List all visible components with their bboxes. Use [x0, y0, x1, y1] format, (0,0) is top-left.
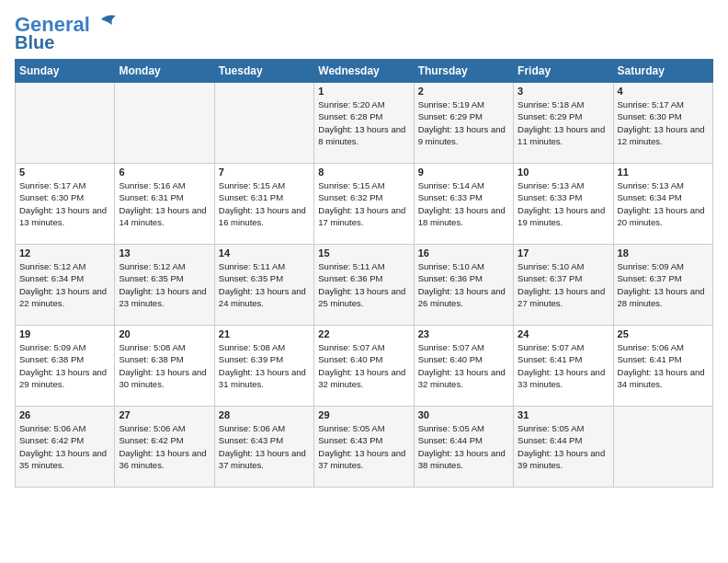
calendar-cell: 15Sunrise: 5:11 AM Sunset: 6:36 PM Dayli…	[314, 245, 414, 326]
page-header: General Blue	[15, 15, 713, 52]
calendar-cell: 27Sunrise: 5:06 AM Sunset: 6:42 PM Dayli…	[115, 407, 214, 488]
calendar-cell: 9Sunrise: 5:14 AM Sunset: 6:33 PM Daylig…	[414, 164, 513, 245]
cell-content: Sunrise: 5:10 AM Sunset: 6:36 PM Dayligh…	[418, 260, 509, 309]
cell-content: Sunrise: 5:09 AM Sunset: 6:38 PM Dayligh…	[19, 341, 110, 390]
calendar-cell: 23Sunrise: 5:07 AM Sunset: 6:40 PM Dayli…	[414, 326, 513, 407]
cell-content: Sunrise: 5:20 AM Sunset: 6:28 PM Dayligh…	[318, 98, 409, 147]
calendar-cell: 3Sunrise: 5:18 AM Sunset: 6:29 PM Daylig…	[514, 83, 613, 164]
day-number: 17	[518, 247, 609, 259]
cell-content: Sunrise: 5:06 AM Sunset: 6:43 PM Dayligh…	[219, 422, 310, 471]
calendar-cell	[16, 83, 115, 164]
day-number: 15	[318, 247, 409, 259]
day-number: 13	[119, 247, 210, 259]
day-number: 9	[418, 167, 509, 178]
day-number: 26	[19, 409, 110, 420]
cell-content: Sunrise: 5:14 AM Sunset: 6:33 PM Dayligh…	[418, 179, 509, 228]
calendar-cell: 2Sunrise: 5:19 AM Sunset: 6:29 PM Daylig…	[414, 83, 513, 164]
day-number: 20	[119, 328, 210, 339]
calendar-cell: 13Sunrise: 5:12 AM Sunset: 6:35 PM Dayli…	[115, 245, 214, 326]
day-number: 28	[219, 409, 310, 420]
cell-content: Sunrise: 5:06 AM Sunset: 6:41 PM Dayligh…	[618, 341, 709, 390]
day-number: 14	[219, 247, 310, 259]
day-number: 2	[418, 86, 509, 97]
cell-content: Sunrise: 5:13 AM Sunset: 6:33 PM Dayligh…	[518, 179, 609, 228]
day-number: 1	[318, 86, 409, 97]
cell-content: Sunrise: 5:08 AM Sunset: 6:39 PM Dayligh…	[219, 341, 310, 390]
calendar-table: SundayMondayTuesdayWednesdayThursdayFrid…	[15, 59, 713, 488]
calendar-cell: 19Sunrise: 5:09 AM Sunset: 6:38 PM Dayli…	[16, 326, 115, 407]
cell-content: Sunrise: 5:12 AM Sunset: 6:34 PM Dayligh…	[19, 260, 110, 309]
calendar-cell: 1Sunrise: 5:20 AM Sunset: 6:28 PM Daylig…	[314, 83, 414, 164]
weekday-header-thursday: Thursday	[414, 60, 513, 83]
cell-content: Sunrise: 5:07 AM Sunset: 6:41 PM Dayligh…	[518, 341, 609, 390]
cell-content: Sunrise: 5:08 AM Sunset: 6:38 PM Dayligh…	[119, 341, 210, 390]
day-number: 19	[19, 328, 110, 339]
logo-blue: Blue	[15, 33, 54, 52]
weekday-header-row: SundayMondayTuesdayWednesdayThursdayFrid…	[16, 60, 713, 83]
calendar-cell: 10Sunrise: 5:13 AM Sunset: 6:33 PM Dayli…	[514, 164, 613, 245]
cell-content: Sunrise: 5:09 AM Sunset: 6:37 PM Dayligh…	[618, 260, 709, 309]
day-number: 10	[518, 167, 609, 178]
day-number: 22	[318, 328, 409, 339]
day-number: 16	[418, 247, 509, 259]
calendar-cell: 26Sunrise: 5:06 AM Sunset: 6:42 PM Dayli…	[16, 407, 115, 488]
weekday-header-monday: Monday	[115, 60, 214, 83]
cell-content: Sunrise: 5:06 AM Sunset: 6:42 PM Dayligh…	[119, 422, 210, 471]
calendar-cell: 24Sunrise: 5:07 AM Sunset: 6:41 PM Dayli…	[514, 326, 613, 407]
calendar-week-row: 5Sunrise: 5:17 AM Sunset: 6:30 PM Daylig…	[16, 164, 713, 245]
calendar-cell: 21Sunrise: 5:08 AM Sunset: 6:39 PM Dayli…	[214, 326, 313, 407]
cell-content: Sunrise: 5:15 AM Sunset: 6:32 PM Dayligh…	[318, 179, 409, 228]
cell-content: Sunrise: 5:05 AM Sunset: 6:44 PM Dayligh…	[418, 422, 509, 471]
calendar-cell: 7Sunrise: 5:15 AM Sunset: 6:31 PM Daylig…	[214, 164, 313, 245]
weekday-header-sunday: Sunday	[16, 60, 115, 83]
day-number: 23	[418, 328, 509, 339]
cell-content: Sunrise: 5:12 AM Sunset: 6:35 PM Dayligh…	[119, 260, 210, 309]
weekday-header-friday: Friday	[514, 60, 613, 83]
weekday-header-tuesday: Tuesday	[214, 60, 313, 83]
cell-content: Sunrise: 5:05 AM Sunset: 6:44 PM Dayligh…	[518, 422, 609, 471]
cell-content: Sunrise: 5:13 AM Sunset: 6:34 PM Dayligh…	[618, 179, 709, 228]
logo-bird-icon	[92, 12, 121, 34]
cell-content: Sunrise: 5:17 AM Sunset: 6:30 PM Dayligh…	[19, 179, 110, 228]
cell-content: Sunrise: 5:16 AM Sunset: 6:31 PM Dayligh…	[119, 179, 210, 228]
calendar-cell: 28Sunrise: 5:06 AM Sunset: 6:43 PM Dayli…	[214, 407, 313, 488]
day-number: 24	[518, 328, 609, 339]
calendar-cell: 11Sunrise: 5:13 AM Sunset: 6:34 PM Dayli…	[613, 164, 712, 245]
cell-content: Sunrise: 5:19 AM Sunset: 6:29 PM Dayligh…	[418, 98, 509, 147]
day-number: 7	[219, 167, 310, 178]
cell-content: Sunrise: 5:17 AM Sunset: 6:30 PM Dayligh…	[618, 98, 709, 147]
cell-content: Sunrise: 5:11 AM Sunset: 6:36 PM Dayligh…	[318, 260, 409, 309]
day-number: 3	[518, 86, 609, 97]
weekday-header-saturday: Saturday	[613, 60, 712, 83]
calendar-cell: 6Sunrise: 5:16 AM Sunset: 6:31 PM Daylig…	[115, 164, 214, 245]
calendar-cell: 8Sunrise: 5:15 AM Sunset: 6:32 PM Daylig…	[314, 164, 414, 245]
cell-content: Sunrise: 5:07 AM Sunset: 6:40 PM Dayligh…	[318, 341, 409, 390]
cell-content: Sunrise: 5:11 AM Sunset: 6:35 PM Dayligh…	[219, 260, 310, 309]
day-number: 27	[119, 409, 210, 420]
calendar-cell: 31Sunrise: 5:05 AM Sunset: 6:44 PM Dayli…	[514, 407, 613, 488]
weekday-header-wednesday: Wednesday	[314, 60, 414, 83]
day-number: 21	[219, 328, 310, 339]
day-number: 11	[618, 167, 709, 178]
calendar-cell: 30Sunrise: 5:05 AM Sunset: 6:44 PM Dayli…	[414, 407, 513, 488]
calendar-cell	[115, 83, 214, 164]
calendar-cell: 16Sunrise: 5:10 AM Sunset: 6:36 PM Dayli…	[414, 245, 513, 326]
cell-content: Sunrise: 5:07 AM Sunset: 6:40 PM Dayligh…	[418, 341, 509, 390]
day-number: 18	[618, 247, 709, 259]
calendar-cell: 29Sunrise: 5:05 AM Sunset: 6:43 PM Dayli…	[314, 407, 414, 488]
day-number: 31	[518, 409, 609, 420]
calendar-week-row: 12Sunrise: 5:12 AM Sunset: 6:34 PM Dayli…	[16, 245, 713, 326]
day-number: 6	[119, 167, 210, 178]
calendar-cell: 17Sunrise: 5:10 AM Sunset: 6:37 PM Dayli…	[514, 245, 613, 326]
calendar-cell: 4Sunrise: 5:17 AM Sunset: 6:30 PM Daylig…	[613, 83, 712, 164]
day-number: 4	[618, 86, 709, 97]
calendar-cell: 5Sunrise: 5:17 AM Sunset: 6:30 PM Daylig…	[16, 164, 115, 245]
calendar-cell: 25Sunrise: 5:06 AM Sunset: 6:41 PM Dayli…	[613, 326, 712, 407]
calendar-week-row: 19Sunrise: 5:09 AM Sunset: 6:38 PM Dayli…	[16, 326, 713, 407]
calendar-cell: 14Sunrise: 5:11 AM Sunset: 6:35 PM Dayli…	[214, 245, 313, 326]
day-number: 25	[618, 328, 709, 339]
logo: General Blue	[15, 15, 121, 52]
day-number: 29	[318, 409, 409, 420]
calendar-cell: 22Sunrise: 5:07 AM Sunset: 6:40 PM Dayli…	[314, 326, 414, 407]
day-number: 12	[19, 247, 110, 259]
